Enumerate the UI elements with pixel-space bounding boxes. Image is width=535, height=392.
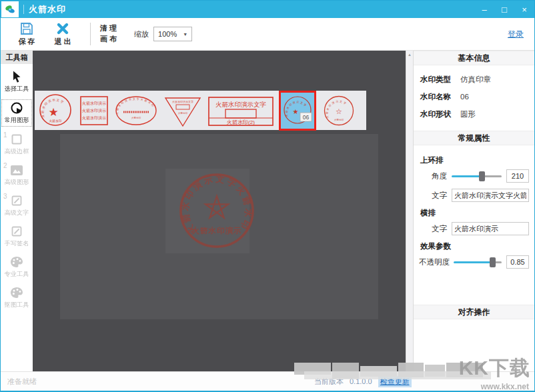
opacity-slider-thumb[interactable] [490, 257, 496, 267]
exit-button[interactable]: 退 出 [45, 22, 81, 47]
svg-text:火箭水印演示文字: 火箭水印演示文字 [172, 100, 193, 104]
stamp-thumb-selected-06[interactable]: 火箭水印演示文字 ★ 06 [279, 91, 316, 131]
align-ops-header: 对齐操作 [414, 305, 534, 319]
sidebar-item-professional-tools[interactable]: 专业工具 [1, 254, 32, 280]
pencil-square-icon [9, 194, 24, 207]
toolbar: 保 存 退 出 清 理 画 布 缩放 100% ▼ 登录 [1, 18, 534, 51]
general-props-header: 常规属性 [414, 131, 534, 145]
info-row-shape: 水印形状 圆形 [420, 105, 534, 123]
status-ready-text: 准备就绪 [7, 377, 37, 387]
stamp-thumb-circle-star[interactable]: 火箭水印演示文字 ★ 火箭水印 [37, 93, 74, 129]
info-row-name: 水印名称 06 [420, 88, 534, 105]
sidebar-item-advanced-text[interactable]: 3 高级文字 [1, 193, 32, 219]
thumb-badge-label: 06 [303, 114, 310, 121]
properties-panel: 基本信息 水印类型 仿真印章 水印名称 06 水印形状 圆形 常规属性 上环排 [413, 51, 534, 371]
square-outline-icon [9, 133, 24, 146]
angle-value-box[interactable]: 210 [506, 169, 529, 183]
stamp-thumb-circle-outline[interactable]: 火箭水印演示文字 ☆ 火箭水印 [321, 93, 357, 129]
site-watermark-logo: KK下载 [459, 355, 530, 382]
svg-text:火箭水印: 火箭水印 [49, 119, 61, 123]
angle-row: 角度 210 [419, 169, 529, 183]
pen-square-icon [9, 225, 24, 238]
effect-group-label: 效果参数 [420, 241, 529, 251]
angle-slider[interactable] [452, 171, 502, 181]
sidebar-item-handwritten-signature[interactable]: 手写签名 [1, 223, 32, 249]
opacity-value-box[interactable]: 0.85 [506, 255, 529, 269]
svg-text:火箭水印演示: 火箭水印演示 [82, 101, 106, 105]
exit-label: 退 出 [54, 37, 71, 47]
stamp-thumb-square[interactable]: 火箭水印演示 火箭水印演示 火箭水印演示 [79, 93, 109, 128]
cursor-arrow-icon [9, 70, 24, 83]
angle-label: 角度 [426, 171, 447, 181]
minimize-button[interactable]: – [474, 1, 494, 18]
stamp-thumb-rectangle[interactable]: 火箭水印演示文字 火箭水印(2) [207, 93, 274, 129]
horizontal-text-label: 文字 [426, 224, 447, 234]
scroll-up-icon[interactable]: ▲ [406, 51, 413, 57]
angle-slider-thumb[interactable] [479, 171, 485, 181]
clear-canvas-line1: 清 理 [100, 23, 117, 34]
stamp-thumb-ellipse[interactable]: 火箭水印演示文字火箭水印 火箭水印 [114, 93, 158, 128]
svg-text:火箭水印演示: 火箭水印演示 [82, 108, 106, 113]
toolbox-sidebar: 工具箱 选择工具 常用图形 1 [1, 51, 33, 371]
stamp-thumb-triangle[interactable]: 火箭水印演示文字 火箭水印 [163, 93, 203, 128]
titlebar: 火箭水印 – □ × [1, 1, 534, 18]
stamp-star [205, 196, 228, 218]
app-logo-icon [1, 1, 19, 17]
clear-canvas-button[interactable]: 清 理 画 布 [100, 23, 117, 45]
basic-info-header: 基本信息 [414, 51, 534, 65]
save-button[interactable]: 保 存 [9, 22, 45, 47]
sidebar-item-common-shapes[interactable]: 常用图形 [1, 99, 32, 127]
sidebar-item-select-tool[interactable]: 选择工具 [1, 69, 32, 95]
star-glyph: ★ [48, 106, 58, 119]
stamp-center-text: 火箭水印演示 [192, 226, 242, 235]
login-link[interactable]: 登录 [508, 29, 524, 40]
info-row-type: 水印类型 仿真印章 [420, 71, 534, 88]
titlebar-divider [23, 5, 24, 14]
sidebar-item-advanced-graphics[interactable]: 2 高级图形 [1, 162, 32, 188]
opacity-label: 不透明度 [419, 257, 451, 267]
palette-icon [9, 255, 24, 269]
image-icon [9, 163, 24, 177]
canvas-area[interactable]: 火箭水印演示文字 ★ 火箭水印 火箭水印演示 火箭水印演示 火箭水印演示 [33, 51, 413, 371]
site-watermark-url: www.kkx.net [481, 382, 529, 391]
close-button[interactable]: × [514, 1, 534, 18]
app-window: 火箭水印 – □ × 保 存 退 出 [0, 0, 535, 392]
maximize-button[interactable]: □ [494, 1, 514, 18]
exit-x-icon [55, 22, 70, 35]
svg-text:火箭水印演示: 火箭水印演示 [82, 115, 106, 120]
arc-text-label: 文字 [426, 191, 447, 201]
opacity-row: 不透明度 0.85 [419, 255, 529, 269]
zoom-label: 缩放 [134, 29, 149, 39]
toolbar-separator [90, 23, 91, 45]
sidebar-item-advanced-border[interactable]: 1 高级边框 [1, 131, 32, 157]
horizontal-text-row: 文字 [419, 222, 529, 235]
svg-text:火箭水印: 火箭水印 [334, 118, 344, 121]
canvas-scrollbar[interactable]: ▲ [406, 51, 413, 371]
svg-text:★: ★ [293, 108, 299, 115]
opacity-slider[interactable] [454, 257, 502, 267]
svg-text:火箭水印演示文字: 火箭水印演示文字 [215, 101, 267, 108]
arc-text-input[interactable] [452, 189, 529, 202]
stamp-template-strip: 火箭水印演示文字 ★ 火箭水印 火箭水印演示 火箭水印演示 火箭水印演示 [35, 91, 366, 130]
svg-text:火箭水印: 火箭水印 [178, 111, 188, 115]
window-title: 火箭水印 [29, 3, 66, 15]
svg-text:火箭水印: 火箭水印 [131, 116, 141, 119]
horizontal-group-label: 横排 [420, 208, 529, 218]
sidebar-item-cutout-tool[interactable]: 抠图工具 [1, 285, 32, 311]
save-label: 保 存 [18, 37, 35, 47]
palette2-icon [9, 286, 24, 299]
svg-text:☆: ☆ [336, 107, 342, 115]
save-floppy-icon [19, 22, 34, 35]
arc-text-row: 文字 [419, 189, 529, 202]
arc-group-label: 上环排 [420, 155, 529, 165]
shapes-circle-icon [9, 101, 24, 115]
horizontal-text-input[interactable] [452, 222, 529, 235]
chevron-down-icon: ▼ [183, 32, 187, 37]
watermark-stamp-preview[interactable]: 火箭水印演示文字火箭水印 火箭水印演示 [173, 168, 260, 255]
svg-text:火箭水印(2): 火箭水印(2) [227, 119, 255, 125]
zoom-dropdown[interactable]: 100% ▼ [153, 27, 192, 41]
zoom-value: 100% [158, 30, 177, 38]
toolbox-header: 工具箱 [1, 51, 33, 64]
clear-canvas-line2: 画 布 [100, 34, 117, 45]
